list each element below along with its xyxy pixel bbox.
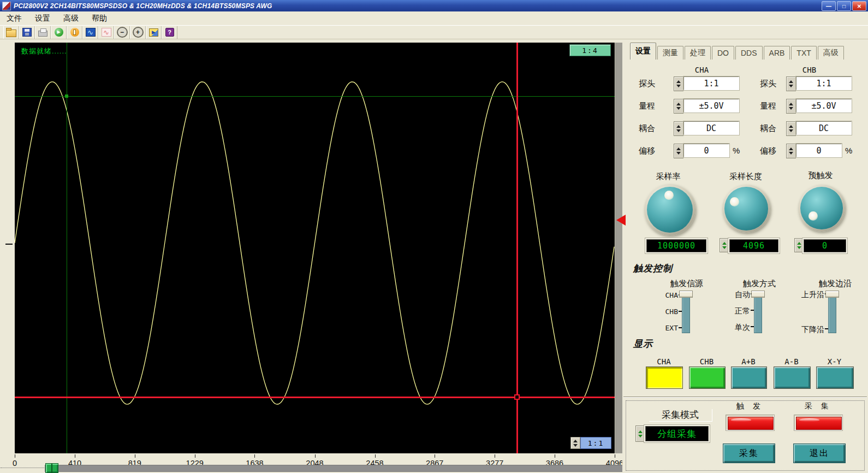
green-horizontal-cursor[interactable] (15, 96, 615, 97)
cha-offset-value[interactable]: 0 (683, 144, 729, 157)
cha-offset-unit: % (733, 146, 740, 155)
horizontal-scale-indicator[interactable]: 1:1 (580, 437, 611, 449)
tab-settings[interactable]: 设置 (630, 43, 656, 60)
trigger-source-option-cha[interactable]: CHA (654, 291, 678, 299)
cha-coupling-spinner[interactable] (674, 121, 683, 136)
tab-do[interactable]: DO (712, 46, 734, 60)
acquire-button[interactable]: 采集 (723, 444, 775, 463)
cha-probe-value[interactable]: 1:1 (683, 76, 739, 90)
pretrigger-knob[interactable] (798, 185, 845, 232)
trigger-mode-option-normal[interactable]: 正常 (720, 306, 750, 316)
horizontal-scale-spinner[interactable] (570, 437, 580, 449)
red-horizontal-cursor[interactable] (15, 397, 615, 398)
open-button[interactable] (3, 26, 19, 39)
trigger-mode-option-auto[interactable]: 自动 (720, 290, 750, 300)
cha-coupling-value[interactable]: DC (683, 121, 739, 135)
chb-coupling-value[interactable]: DC (796, 121, 852, 135)
save-icon (22, 28, 32, 37)
acquisition-mode-spinner[interactable] (635, 425, 645, 442)
minimize-button[interactable]: — (822, 1, 836, 11)
display-xy-button[interactable] (816, 366, 854, 389)
trigger-level-track[interactable] (615, 43, 623, 453)
trigger-edge-option-falling[interactable]: 下降沿 (784, 325, 824, 335)
vertical-scale-indicator[interactable]: 1:4 (569, 44, 611, 56)
exit-button[interactable]: 退出 (793, 444, 846, 463)
help-button[interactable]: ? (162, 26, 177, 39)
tab-txt[interactable]: TXT (791, 46, 816, 60)
pretrigger-display: 0 (804, 239, 846, 252)
chb-offset-value[interactable]: 0 (796, 144, 842, 157)
zoom-in-button[interactable]: + (130, 26, 146, 39)
cha-range-value[interactable]: ±5.0V (683, 99, 739, 113)
tab-arb[interactable]: ARB (764, 46, 790, 60)
tab-advanced[interactable]: 高级 (818, 46, 844, 60)
menu-advanced[interactable]: 高级 (57, 14, 85, 23)
x-axis-tick (135, 454, 135, 458)
trigger-mode-slider-track[interactable] (754, 293, 762, 333)
menu-file[interactable]: 文件 (0, 14, 28, 23)
tab-dds[interactable]: DDS (735, 46, 763, 60)
display-aplusb-button[interactable] (731, 366, 767, 389)
trigger-level-marker[interactable] (616, 215, 626, 226)
print-button[interactable] (35, 26, 51, 39)
cha-offset-spinner[interactable] (674, 144, 683, 158)
chb-probe-value[interactable]: 1:1 (796, 76, 852, 90)
green-vertical-cursor[interactable] (67, 43, 67, 453)
chb-range-value[interactable]: ±5.0V (796, 99, 852, 113)
sample-length-spinner[interactable] (720, 238, 729, 252)
chb-probe-spinner[interactable] (786, 76, 796, 91)
cha-probe-spinner[interactable] (674, 76, 683, 91)
close-button[interactable]: ✕ (852, 1, 866, 11)
trigger-edge-label: 触发边沿 (808, 279, 863, 289)
maximize-button[interactable]: □ (837, 1, 851, 11)
waveform-button[interactable]: ∿ (98, 26, 114, 39)
trigger-led (726, 415, 775, 431)
trigger-source-slider-track[interactable] (682, 293, 690, 333)
knob-highlight (664, 191, 674, 200)
chb-coupling-spinner[interactable] (786, 121, 796, 136)
acquire-led (794, 415, 843, 431)
sample-rate-knob[interactable] (644, 184, 695, 235)
pause-icon (70, 28, 79, 37)
red-vertical-cursor[interactable] (516, 43, 518, 453)
cha-probe-label: 探头 (639, 79, 655, 89)
display-cha-button[interactable] (646, 366, 683, 389)
zoom-out-button[interactable]: − (114, 26, 130, 39)
trigger-source-slider-handle[interactable] (679, 291, 693, 298)
trigger-edge-slider-handle[interactable] (825, 291, 839, 298)
save-button[interactable] (19, 26, 35, 39)
sample-length-knob[interactable] (722, 185, 770, 233)
trigger-mode-label: 触发方式 (733, 279, 786, 289)
oscilloscope-button[interactable]: ∿ (82, 26, 98, 39)
trigger-source-option-ext[interactable]: EXT (654, 324, 678, 332)
print-icon (38, 31, 47, 37)
horizontal-scrollbar-track[interactable] (45, 465, 628, 472)
green-cursor-marker[interactable] (65, 94, 68, 98)
waveform-display[interactable]: 数据就绪...... (15, 43, 615, 453)
plot-area: 数据就绪...... 1:4 1:1 041081912291638204824… (0, 39, 622, 473)
horizontal-scrollbar-thumb[interactable] (45, 463, 58, 473)
display-aplusb-label: A+B (731, 357, 766, 366)
tab-bar: 设置 测量 处理 DO DDS ARB TXT 高级 (630, 43, 845, 60)
trigger-mode-slider-handle[interactable] (751, 291, 765, 298)
export-button[interactable]: ▶ (146, 26, 162, 39)
knob-sphere (800, 187, 842, 229)
trigger-source-option-chb[interactable]: CHB (654, 308, 678, 316)
waveform-trace (15, 43, 615, 453)
display-chb-button[interactable] (689, 366, 726, 389)
trigger-edge-slider-track[interactable] (828, 293, 836, 333)
pause-button[interactable] (67, 26, 82, 39)
chb-range-spinner[interactable] (786, 99, 796, 114)
tab-measure[interactable]: 测量 (657, 46, 683, 60)
menu-help[interactable]: 帮助 (85, 14, 114, 23)
menu-settings[interactable]: 设置 (28, 14, 57, 23)
run-button[interactable]: ▶ (51, 26, 67, 39)
tab-process[interactable]: 处理 (685, 46, 711, 60)
red-crosshair-marker[interactable] (514, 394, 520, 400)
cha-range-spinner[interactable] (674, 99, 683, 114)
display-aminusb-button[interactable] (774, 366, 811, 389)
chb-offset-spinner[interactable] (786, 144, 796, 158)
trigger-mode-option-single[interactable]: 单次 (720, 323, 750, 333)
pretrigger-spinner[interactable] (794, 238, 804, 252)
trigger-edge-option-rising[interactable]: 上升沿 (784, 290, 824, 300)
